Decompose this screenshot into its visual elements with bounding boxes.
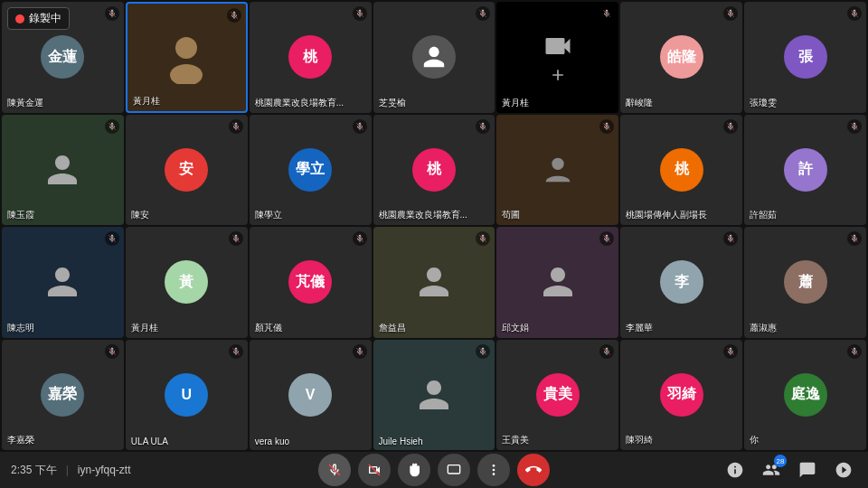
tile-name-9: 陳安 (131, 209, 149, 221)
tile-name-23: ULA ULA (131, 436, 168, 446)
info-button[interactable] (722, 456, 749, 483)
tile-28: 庭逸 你 (744, 340, 866, 451)
mute-icon-9 (229, 119, 243, 134)
mute-icon-7 (847, 6, 862, 21)
tile-5: 黃月桂 (496, 2, 618, 113)
tile-name-8: 陳玉霞 (7, 209, 34, 221)
tile-name-13: 桃園場傳伸人副場長 (626, 209, 707, 221)
video-button[interactable] (358, 454, 391, 486)
mute-icon-25 (476, 344, 490, 359)
mute-icon-8 (105, 119, 119, 134)
present-button[interactable] (438, 454, 470, 486)
tile-8: 陳玉霞 (2, 115, 124, 226)
svg-point-2 (170, 64, 203, 84)
mute-icon-17 (353, 231, 367, 246)
mute-icon-23 (229, 344, 243, 359)
mute-icon-1 (105, 6, 119, 21)
meeting-id: iyn-yfqq-ztt (78, 464, 131, 476)
controls (318, 454, 550, 486)
participants-count: 28 (774, 455, 787, 467)
mute-icon-21 (847, 231, 862, 246)
tile-name-21: 蕭淑惠 (750, 322, 777, 334)
mute-icon-12 (599, 119, 614, 134)
tile-18: 詹益昌 (373, 227, 495, 338)
svg-point-1 (175, 37, 197, 59)
chat-button[interactable] (794, 456, 821, 483)
tile-17: 芃儀 顏芃儀 (250, 227, 372, 338)
svg-point-35 (493, 469, 495, 472)
bottom-bar: 2:35 下午 | iyn-yfqq-ztt 28 (0, 452, 868, 488)
tile-name-24: vera kuo (255, 436, 289, 446)
mute-icon-11 (476, 119, 490, 134)
tile-23: U ULA ULA (126, 340, 248, 451)
tile-name-19: 邱文娟 (502, 322, 529, 334)
tile-6: 皓隆 辭峻隆 (620, 2, 742, 113)
tile-name-2: 黃月桂 (133, 95, 160, 108)
tile-7: 張 張瓊雯 (744, 2, 866, 113)
tile-name-12: 苟圃 (502, 209, 520, 221)
tile-name-5: 黃月桂 (502, 97, 529, 109)
tile-16: 黃 黃月桂 (126, 227, 248, 338)
mute-icon-10 (353, 119, 367, 134)
end-call-button[interactable] (517, 454, 550, 486)
bottom-right: 28 (722, 456, 857, 483)
tile-name-11: 桃園農業改良場教育... (379, 209, 467, 221)
recording-badge: 錄製中 (7, 7, 70, 30)
tile-22: 嘉榮 李嘉榮 (2, 340, 124, 451)
mute-icon-27 (723, 344, 738, 359)
mute-icon-19 (599, 231, 614, 246)
tile-21: 蕭 蕭淑惠 (744, 227, 866, 338)
tile-12: 苟圃 (496, 115, 618, 226)
tile-name-1: 陳黃金運 (7, 97, 43, 109)
tile-name-18: 詹益昌 (379, 322, 406, 334)
rec-dot (15, 14, 24, 23)
mute-icon-20 (723, 231, 738, 246)
mute-icon-2 (227, 8, 241, 23)
tile-name-16: 黃月桂 (131, 322, 158, 334)
tile-19: 邱文娟 (496, 227, 618, 338)
activities-button[interactable] (830, 456, 857, 483)
tile-3: 桃 桃園農業改良場教育... (250, 2, 372, 113)
tile-name-6: 辭峻隆 (626, 97, 653, 109)
tile-name-22: 李嘉榮 (7, 434, 34, 446)
tile-name-15: 陳志明 (7, 322, 34, 334)
svg-rect-33 (448, 465, 459, 474)
mute-icon-14 (847, 119, 862, 134)
tile-26: 貴美 王貴美 (496, 340, 618, 451)
tile-27: 羽綺 陳羽綺 (620, 340, 742, 451)
mute-icon-3 (353, 6, 367, 21)
tile-name-10: 陳學立 (255, 209, 282, 221)
mute-button[interactable] (318, 454, 351, 486)
svg-point-34 (493, 465, 495, 467)
tile-name-26: 王貴美 (502, 434, 529, 446)
tile-9: 安 陳安 (126, 115, 248, 226)
mute-icon-5 (599, 6, 614, 21)
video-grid: 金蓮 陳黃金運 黃月桂 桃 桃園農業改良場教育... 芝旻榆 (0, 0, 868, 452)
tile-25: Juile Hsieh (373, 340, 495, 451)
mute-icon-18 (476, 231, 490, 246)
mute-icon-22 (105, 344, 119, 359)
hand-button[interactable] (398, 454, 430, 486)
tile-name-25: Juile Hsieh (379, 436, 423, 446)
tile-2: 黃月桂 (126, 2, 248, 113)
mute-icon-26 (599, 344, 614, 359)
meeting-time: 2:35 下午 (11, 463, 57, 478)
tile-name-17: 顏芃儀 (255, 322, 282, 334)
tile-4: 芝旻榆 (373, 2, 495, 113)
tile-11: 桃 桃園農業改良場教育... (373, 115, 495, 226)
svg-point-36 (493, 473, 495, 475)
bottom-left: 2:35 下午 | iyn-yfqq-ztt (11, 463, 131, 478)
tile-name-28: 你 (750, 434, 759, 446)
mute-icon-24 (353, 344, 367, 359)
tile-name-4: 芝旻榆 (379, 97, 406, 109)
tile-name-3: 桃園農業改良場教育... (255, 97, 344, 109)
tile-24: V vera kuo (250, 340, 372, 451)
mute-icon-4 (476, 6, 490, 21)
tile-name-27: 陳羽綺 (626, 434, 653, 446)
more-button[interactable] (477, 454, 510, 486)
svg-point-13 (552, 157, 563, 169)
tile-name-20: 李麗華 (626, 322, 653, 334)
tile-14: 許 許韶茹 (744, 115, 866, 226)
participants-button[interactable]: 28 (758, 456, 785, 483)
mute-icon-13 (723, 119, 738, 134)
